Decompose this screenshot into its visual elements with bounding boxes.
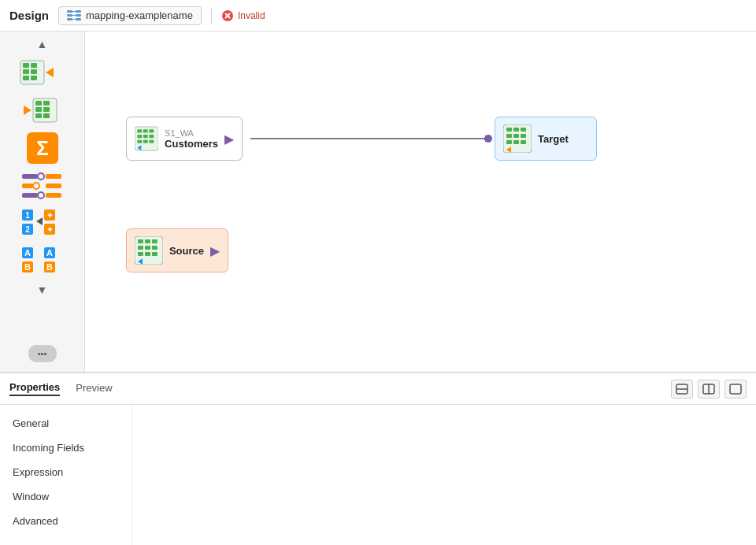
source-node-icon xyxy=(135,236,163,265)
target-node[interactable]: Target xyxy=(495,117,597,161)
svg-rect-83 xyxy=(152,239,158,243)
svg-rect-86 xyxy=(152,246,158,250)
sidebar: ▲ xyxy=(0,32,85,372)
panel-nav-expression[interactable]: Expression xyxy=(0,460,132,484)
mapping-tab[interactable]: mapping-examplename xyxy=(58,6,202,25)
sidebar-rename-icon[interactable]: A B A B xyxy=(14,244,71,279)
svg-rect-15 xyxy=(23,69,29,74)
panel-nav-incoming-fields[interactable]: Incoming Fields xyxy=(0,436,132,460)
view-split-vertical-button[interactable] xyxy=(698,380,720,399)
svg-rect-4 xyxy=(76,14,81,17)
panel-nav-sidebar: General Incoming Fields Expression Windo… xyxy=(0,405,132,545)
panel-nav-general[interactable]: General xyxy=(0,411,132,436)
bottom-panel-body: General Incoming Fields Expression Windo… xyxy=(0,405,756,545)
svg-rect-72 xyxy=(521,128,526,132)
svg-point-31 xyxy=(38,173,44,180)
svg-point-68 xyxy=(484,135,492,143)
invalid-badge: Invalid xyxy=(221,9,265,22)
mapping-icon xyxy=(67,9,81,22)
svg-rect-2 xyxy=(67,18,72,20)
customers-node[interactable]: S1_WA Customers ▶ xyxy=(126,117,243,161)
svg-rect-64 xyxy=(143,140,148,143)
svg-marker-43 xyxy=(36,217,43,225)
view-split-horizontal-button[interactable] xyxy=(671,380,693,399)
top-bar: Design mapping-examplename Invalid xyxy=(0,0,756,32)
view-full-button[interactable] xyxy=(724,380,747,399)
svg-rect-18 xyxy=(31,76,37,80)
svg-rect-34 xyxy=(22,193,38,198)
svg-rect-23 xyxy=(43,101,50,106)
bottom-panel-tabs: Properties Preview xyxy=(0,373,756,405)
scroll-down-button[interactable]: ▼ xyxy=(0,282,84,298)
svg-text:2: 2 xyxy=(25,225,30,234)
svg-text:B: B xyxy=(24,262,31,272)
source-node[interactable]: Source ▶ xyxy=(126,228,228,272)
target-node-label: Target xyxy=(538,133,569,145)
svg-rect-58 xyxy=(143,129,148,132)
panel-nav-window[interactable]: Window xyxy=(0,484,132,509)
sidebar-aggregate-icon[interactable]: Σ xyxy=(14,131,71,165)
customers-node-subtitle: Customers xyxy=(165,138,218,150)
svg-rect-27 xyxy=(43,113,50,118)
main-area: ▲ xyxy=(0,32,756,372)
svg-rect-30 xyxy=(22,174,38,179)
source-node-arrow: ▶ xyxy=(210,243,220,258)
source-node-label: Source xyxy=(169,245,204,257)
svg-text:1: 1 xyxy=(25,211,30,220)
svg-rect-71 xyxy=(513,128,519,132)
svg-rect-14 xyxy=(31,63,37,68)
svg-text:✦: ✦ xyxy=(46,225,54,234)
customers-node-title: S1_WA xyxy=(165,128,218,138)
split-vert-icon xyxy=(702,384,715,395)
svg-rect-36 xyxy=(46,174,61,179)
svg-rect-85 xyxy=(145,246,150,250)
svg-point-33 xyxy=(33,183,39,189)
svg-rect-60 xyxy=(137,135,142,138)
panel-nav-advanced[interactable]: Advanced xyxy=(0,509,132,533)
invalid-icon xyxy=(221,9,234,22)
svg-rect-63 xyxy=(137,140,142,143)
svg-rect-65 xyxy=(149,140,154,143)
svg-rect-32 xyxy=(22,184,33,188)
split-horiz-icon xyxy=(676,384,688,395)
svg-rect-25 xyxy=(43,107,50,112)
svg-rect-17 xyxy=(23,76,29,80)
svg-rect-16 xyxy=(31,69,37,74)
customers-node-icon xyxy=(135,124,158,153)
sidebar-more-button[interactable]: ••• xyxy=(28,345,57,367)
svg-marker-20 xyxy=(24,106,32,115)
svg-rect-88 xyxy=(145,252,150,256)
sidebar-filter-icon[interactable] xyxy=(14,169,71,203)
svg-rect-22 xyxy=(35,101,42,106)
svg-rect-3 xyxy=(76,10,81,13)
svg-text:✦: ✦ xyxy=(46,211,54,220)
svg-rect-57 xyxy=(137,129,142,132)
svg-marker-19 xyxy=(46,68,54,77)
connector-customers-target xyxy=(85,32,756,372)
svg-rect-81 xyxy=(138,239,143,243)
tab-divider xyxy=(211,8,212,24)
target-node-icon xyxy=(503,124,532,153)
scroll-up-button[interactable]: ▲ xyxy=(0,36,84,52)
svg-rect-24 xyxy=(35,107,42,112)
svg-rect-26 xyxy=(35,113,42,118)
tab-properties[interactable]: Properties xyxy=(9,381,60,396)
svg-text:A: A xyxy=(24,248,31,258)
bottom-panel: Properties Preview xyxy=(0,372,756,545)
sidebar-convert-icon[interactable]: 1 2 ✦ ✦ xyxy=(14,206,71,241)
svg-text:B: B xyxy=(46,262,53,272)
svg-rect-1 xyxy=(67,14,72,17)
svg-point-35 xyxy=(38,192,44,198)
panel-content-area xyxy=(132,405,756,545)
svg-rect-76 xyxy=(506,140,512,144)
svg-text:A: A xyxy=(46,248,53,258)
svg-rect-0 xyxy=(67,10,72,13)
svg-rect-89 xyxy=(152,252,158,256)
svg-rect-61 xyxy=(143,135,148,138)
svg-rect-77 xyxy=(513,140,519,144)
sidebar-source-icon[interactable] xyxy=(14,55,71,90)
tab-preview[interactable]: Preview xyxy=(76,382,112,395)
sidebar-target-icon[interactable] xyxy=(14,93,71,128)
canvas: S1_WA Customers ▶ xyxy=(85,32,756,372)
svg-rect-5 xyxy=(76,18,81,20)
